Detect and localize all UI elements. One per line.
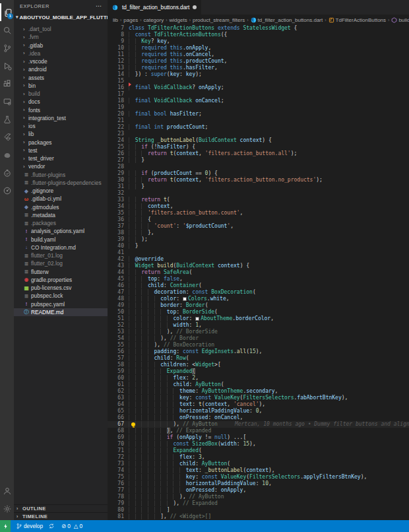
code-line-50[interactable]: 50 top: BorderSide(	[108, 309, 409, 316]
code-line-65[interactable]: 65 horizontalPaddingValue: 0,	[108, 408, 409, 415]
code-line-7[interactable]: 7class TdFilterActionButtons extends Sta…	[108, 25, 409, 32]
folder-item-.dart_tool[interactable]: ›.dart_tool	[14, 25, 108, 33]
code-line-80[interactable]: 80 ]	[108, 507, 409, 514]
line-number[interactable]: 56	[108, 349, 129, 355]
line-number[interactable]: 45	[108, 276, 129, 283]
code-line-34[interactable]: 34 context,	[108, 203, 409, 210]
code-line-24[interactable]: 24 String _buttonLabel(BuildContext cont…	[108, 137, 409, 144]
line-number[interactable]: 14	[108, 71, 129, 78]
file-item-flutter_02.log[interactable]: ≣flutter_02.log	[14, 259, 108, 267]
line-number[interactable]: 78	[108, 494, 129, 500]
activity-docker-icon[interactable]	[0, 146, 14, 164]
line-number[interactable]: 39	[108, 236, 129, 243]
line-number[interactable]: 25	[108, 144, 129, 150]
line-number[interactable]: 37	[108, 223, 129, 230]
line-number[interactable]: 74	[108, 467, 129, 474]
line-number[interactable]: 50	[108, 309, 129, 316]
code-line-42[interactable]: 42 @override	[108, 256, 409, 263]
tab-modified-indicator[interactable]	[193, 5, 197, 9]
code-line-36[interactable]: 36 {	[108, 216, 409, 223]
activity-remote-explorer-icon[interactable]	[0, 92, 14, 110]
line-number[interactable]: 64	[108, 401, 129, 408]
code-line-40[interactable]: 40 }	[108, 243, 409, 249]
line-number[interactable]: 68	[108, 428, 129, 434]
breadcrumb-item-widgets[interactable]: widgets	[170, 17, 187, 23]
file-item-readme.md[interactable]: ⓘREADME.md	[14, 308, 108, 316]
activity-explorer-icon[interactable]: 1	[0, 3, 14, 21]
git-branch-button[interactable]: develop	[16, 523, 43, 529]
code-line-77[interactable]: 77 onPressed: onApply,	[108, 487, 409, 494]
tab-td-filter-action-buttons[interactable]: td_filter_action_buttons.dart	[108, 0, 201, 15]
code-line-14[interactable]: 14 }) : super(key: key);	[108, 71, 409, 78]
folder-item-integration_test[interactable]: ›integration_test	[14, 114, 108, 122]
line-number[interactable]: 47	[108, 289, 129, 296]
line-number[interactable]: 24	[108, 137, 129, 144]
file-item-pub-licenses.csv[interactable]: ▦pub-licenses.csv	[14, 284, 108, 292]
folder-item-test_driver[interactable]: ›test_driver	[14, 154, 108, 162]
line-number[interactable]: 33	[108, 197, 129, 203]
code-line-76[interactable]: 76 horizontalPaddingValue: 10,	[108, 481, 409, 487]
code-line-8[interactable]: 8 const TdFilterActionButtons({	[108, 32, 409, 38]
file-item-.gitlab-ci.yml[interactable]: ω.gitlab-ci.yml	[14, 195, 108, 203]
code-line-74[interactable]: 74 text: _buttonLabel(context),	[108, 467, 409, 474]
line-number[interactable]: 36	[108, 216, 129, 223]
code-line-79[interactable]: 79 ), // Expanded	[108, 500, 409, 507]
code-line-78[interactable]: 78 ), // AyButton	[108, 494, 409, 500]
code-line-25[interactable]: 25 if (!hasFilter) {	[108, 144, 409, 150]
project-root-item[interactable]: ▾ ABOUTYOU_MOBILE_APP_FLUTTR	[14, 12, 108, 22]
file-item-flutterw[interactable]: ≣flutterw	[14, 268, 108, 276]
line-number[interactable]: 67	[108, 421, 129, 428]
breadcrumb-item-product_stream_filters[interactable]: product_stream_filters	[193, 17, 245, 23]
line-number[interactable]: 72	[108, 454, 129, 461]
folder-item-.idea[interactable]: ›.idea	[14, 50, 108, 57]
line-number[interactable]: 69	[108, 434, 129, 441]
code-line-48[interactable]: 48 color: Colors.white,	[108, 296, 409, 302]
activity-run-debug-icon[interactable]	[0, 57, 14, 75]
activity-account-icon[interactable]	[0, 482, 14, 500]
line-number[interactable]: 65	[108, 408, 129, 415]
breadcrumb-item-td_filter_action_buttons.dart[interactable]: td_filter_action_buttons.dart	[251, 17, 323, 23]
file-item-.metadata[interactable]: ≣.metadata	[14, 211, 108, 219]
line-number[interactable]: 34	[108, 203, 129, 210]
line-number[interactable]: 9	[108, 38, 129, 45]
line-number[interactable]: 32	[108, 190, 129, 197]
code-line-13[interactable]: 13 required this.hasFilter,	[108, 65, 409, 71]
line-number[interactable]: 23	[108, 131, 129, 137]
file-item-build.yaml[interactable]: !build.yaml	[14, 236, 108, 244]
code-line-32[interactable]: 32	[108, 190, 409, 197]
line-number[interactable]: 76	[108, 481, 129, 487]
file-item-.flutter-plugins-dependencies[interactable]: ≣.flutter-plugins-dependencies	[14, 179, 108, 187]
activity-source-control-icon[interactable]	[0, 39, 14, 57]
folder-item-test[interactable]: ›test	[14, 147, 108, 154]
line-number[interactable]: 27	[108, 157, 129, 164]
line-number[interactable]: 75	[108, 474, 129, 481]
code-line-12[interactable]: 12 required this.productCount,	[108, 58, 409, 65]
code-line-63[interactable]: 63 key: const ValueKey(FiltersSelectors.…	[108, 395, 409, 401]
line-number[interactable]: 53	[108, 329, 129, 335]
folder-item-.fvm[interactable]: ›.fvm	[14, 33, 108, 41]
code-line-35[interactable]: 35 'filters.action_button.count',	[108, 210, 409, 216]
line-number[interactable]: 20	[108, 111, 129, 117]
line-number[interactable]: 46	[108, 283, 129, 289]
breadcrumb-item-build[interactable]: build	[391, 17, 409, 23]
code-line-11[interactable]: 11 required this.onCancel,	[108, 51, 409, 58]
breadcrumb-item-lib[interactable]: lib	[113, 17, 118, 23]
code-line-53[interactable]: 53 ), // BorderSide	[108, 329, 409, 335]
code-line-73[interactable]: 73 child: AyButton(	[108, 461, 409, 467]
activity-flutter-icon[interactable]	[0, 128, 14, 146]
line-number[interactable]: 38	[108, 230, 129, 236]
file-item-analysis_options.yaml[interactable]: !analysis_options.yaml	[14, 227, 108, 235]
folder-item-.gitlab[interactable]: ›.gitlab	[14, 42, 108, 50]
line-number[interactable]: 49	[108, 302, 129, 309]
folder-item-ios[interactable]: ›ios	[14, 122, 108, 130]
line-number[interactable]: 18	[108, 98, 129, 104]
code-line-46[interactable]: 46 child: Container(	[108, 283, 409, 289]
code-line-71[interactable]: 71 Expanded(	[108, 448, 409, 454]
folder-item-packages[interactable]: ›packages	[14, 139, 108, 147]
code-line-51[interactable]: 51 color: AboutTheme.borderColor,	[108, 316, 409, 322]
line-number[interactable]: 19	[108, 104, 129, 111]
code-line-9[interactable]: 9 Key? key,	[108, 38, 409, 45]
code-line-31[interactable]: 31 }	[108, 183, 409, 190]
activity-settings-gear-icon[interactable]	[0, 500, 14, 517]
line-number[interactable]: 77	[108, 487, 129, 494]
